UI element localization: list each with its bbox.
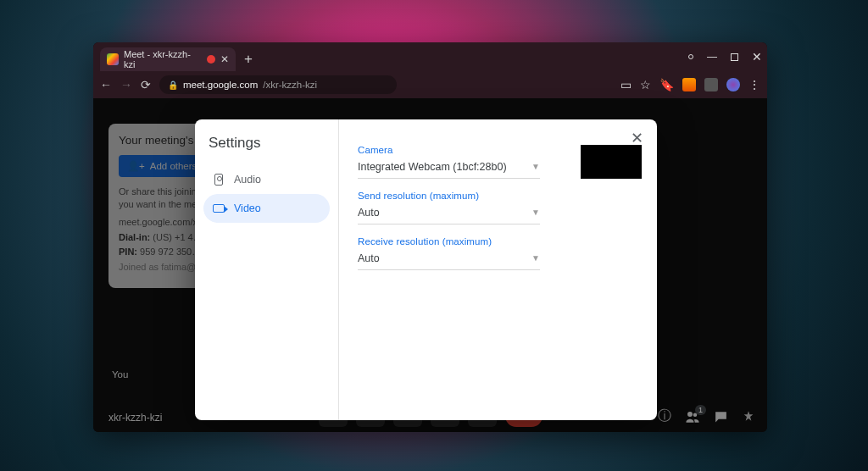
settings-dialog: Settings Audio Video ✕ Camera Integrated… — [195, 119, 657, 420]
chevron-down-icon: ▼ — [531, 208, 540, 217]
page-content: Your meeting's ready 👤+ Add others Or sh… — [93, 98, 767, 432]
chevron-down-icon: ▼ — [531, 253, 540, 263]
camera-preview — [581, 145, 642, 179]
settings-title: Settings — [209, 135, 326, 152]
tab-close-icon[interactable]: ✕ — [220, 53, 229, 65]
settings-tab-audio-label: Audio — [234, 174, 261, 186]
browser-window: Meet - xkr-kzzh-kzi ✕ + — ✕ ← → ⟳ 🔒 meet… — [93, 42, 767, 432]
meet-favicon-icon — [107, 53, 119, 65]
chevron-down-icon: ▼ — [531, 162, 540, 171]
settings-tab-audio[interactable]: Audio — [203, 165, 330, 194]
recording-indicator-icon — [207, 55, 215, 64]
url-path: /xkr-kzzh-kzi — [263, 80, 317, 90]
profile-avatar-icon[interactable] — [726, 78, 740, 91]
bookmark-star-icon[interactable]: ☆ — [640, 78, 651, 91]
window-controls: — ✕ — [688, 42, 762, 71]
receive-resolution-value: Auto — [358, 252, 380, 264]
account-indicator-icon[interactable] — [688, 54, 693, 59]
receive-resolution-select[interactable]: Auto ▼ — [358, 247, 540, 270]
send-resolution-value: Auto — [358, 207, 380, 219]
new-tab-button[interactable]: + — [244, 51, 253, 68]
omnibox[interactable]: 🔒 meet.google.com/xkr-kzzh-kzi — [159, 75, 397, 94]
extension-tag-icon[interactable]: 🔖 — [659, 78, 674, 91]
send-resolution-field: Send resolution (maximum) Auto ▼ — [358, 191, 642, 224]
back-button[interactable]: ← — [100, 78, 112, 91]
receive-resolution-label: Receive resolution (maximum) — [358, 236, 642, 247]
camera-select[interactable]: Integrated Webcam (1bcf:28b0) ▼ — [358, 155, 540, 179]
kebab-menu-icon[interactable]: ⋮ — [748, 78, 760, 91]
tab-title: Meet - xkr-kzzh-kzi — [124, 49, 202, 69]
window-close-button[interactable]: ✕ — [752, 50, 762, 64]
titlebar: Meet - xkr-kzzh-kzi ✕ + — ✕ — [93, 42, 767, 71]
url-bar: ← → ⟳ 🔒 meet.google.com/xkr-kzzh-kzi ▭ ☆… — [93, 71, 767, 98]
send-resolution-label: Send resolution (maximum) — [358, 191, 642, 201]
extensions-puzzle-icon[interactable] — [704, 78, 718, 91]
reload-button[interactable]: ⟳ — [141, 78, 151, 91]
extension-off-icon[interactable] — [682, 78, 696, 91]
send-resolution-select[interactable]: Auto ▼ — [358, 201, 540, 224]
forward-button[interactable]: → — [120, 78, 132, 91]
settings-tab-video[interactable]: Video — [203, 194, 330, 223]
settings-panel: ✕ Camera Integrated Webcam (1bcf:28b0) ▼… — [339, 119, 657, 420]
maximize-button[interactable] — [731, 53, 738, 61]
lock-icon: 🔒 — [168, 80, 178, 90]
browser-tab[interactable]: Meet - xkr-kzzh-kzi ✕ — [100, 47, 236, 71]
videocam-icon — [213, 204, 225, 213]
speaker-icon — [214, 174, 223, 186]
url-host: meet.google.com — [183, 80, 258, 90]
camera-value: Integrated Webcam (1bcf:28b0) — [358, 161, 507, 173]
cast-icon[interactable]: ▭ — [620, 78, 632, 91]
settings-tab-video-label: Video — [234, 202, 261, 214]
settings-sidebar: Settings Audio Video — [195, 119, 339, 420]
minimize-button[interactable]: — — [707, 51, 717, 63]
receive-resolution-field: Receive resolution (maximum) Auto ▼ — [358, 236, 642, 270]
